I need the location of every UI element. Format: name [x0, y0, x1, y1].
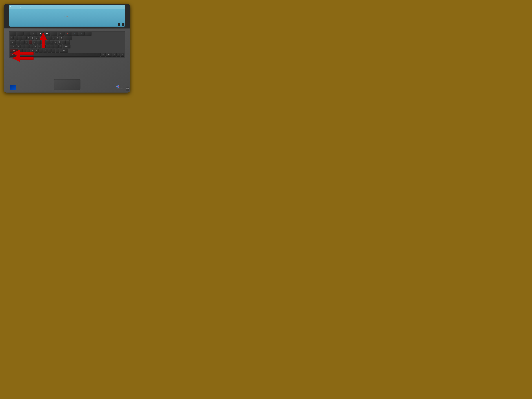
keyboard-section: esc ← → ↺ ⬜ ⬜⬜ ☼ ☀ 🔇 🔉 🔊 ⏻ ~` !1 @2 #3 $… — [4, 29, 130, 93]
key-t[interactable]: t — [33, 40, 37, 44]
key-mute[interactable]: 🔇 — [64, 32, 71, 36]
key-semicolon[interactable]: :; — [54, 44, 58, 48]
apps-button[interactable]: Apps — [17, 6, 21, 7]
key-backtick[interactable]: ~` — [10, 36, 13, 40]
key-1[interactable]: !1 — [14, 36, 18, 40]
locale-display: US — [123, 6, 124, 7]
chrome-icon — [116, 85, 119, 88]
key-shift-right[interactable]: shift — [60, 49, 68, 52]
key-comma[interactable]: <, — [47, 49, 51, 52]
key-vol-down[interactable]: 🔉 — [71, 32, 78, 36]
key-5[interactable]: %5 — [31, 36, 34, 40]
red-arrow-left-ctrl — [12, 55, 33, 63]
key-d[interactable]: d — [25, 44, 29, 48]
svg-point-4 — [117, 86, 118, 87]
key-quote[interactable]: "' — [58, 44, 62, 48]
key-w[interactable]: w — [20, 40, 24, 44]
key-g[interactable]: g — [33, 44, 37, 48]
intel-inside-text: inside® — [12, 88, 14, 88]
key-minus[interactable]: —- — [56, 36, 59, 40]
chromebook-badge: chromebook Acer Chromebook 11 — [116, 85, 124, 90]
key-l[interactable]: l — [50, 44, 54, 48]
apps-label: Apps — [19, 6, 21, 7]
battery-icon: ▮ — [121, 6, 122, 7]
taskbar: Shut down Apps 11:01 ▲ ▮ U — [9, 5, 125, 9]
key-row-numbers: ~` !1 @2 #3 $4 %5 ^6 &7 *8 (9 )0 —- += b… — [10, 36, 124, 40]
shutdown-label: Shut down — [12, 6, 16, 7]
power-icon — [10, 6, 11, 7]
key-arrow-left[interactable]: ◁ — [112, 53, 116, 57]
gen-badge-item: 5th GEN — [126, 87, 129, 90]
key-rbracket[interactable]: }] — [62, 40, 66, 44]
key-brightness-down[interactable]: ☼ — [51, 32, 57, 36]
chromebook-model-text: Acer Chromebook 11 — [116, 90, 124, 90]
key-vol-up[interactable]: 🔊 — [78, 32, 85, 36]
key-equals[interactable]: += — [60, 36, 63, 40]
gen-badge: 5th GEN — [126, 87, 129, 90]
chromebook-text: chromebook — [116, 88, 123, 89]
key-row-qwerty: tab q w e r t y u i o p {[ }] |\ — [10, 40, 124, 44]
key-lbracket[interactable]: {[ — [58, 40, 61, 44]
touchpad[interactable] — [54, 79, 81, 90]
svg-marker-2 — [12, 55, 33, 62]
key-9[interactable]: (9 — [47, 36, 51, 40]
taskbar-left: Shut down Apps — [10, 6, 117, 7]
screen-area: Shut down Apps 11:01 ▲ ▮ U — [4, 4, 130, 28]
svg-marker-0 — [39, 32, 47, 48]
vents — [118, 23, 124, 26]
key-arrow-updown[interactable]: ▲ ▼ — [116, 53, 120, 57]
time-display: 11:01 — [117, 6, 120, 7]
intel-brand-text: intel — [12, 86, 14, 88]
key-4[interactable]: $4 — [26, 36, 30, 40]
key-0[interactable]: )0 — [51, 36, 55, 40]
key-enter[interactable]: enter — [63, 44, 70, 48]
key-esc[interactable]: esc — [10, 32, 16, 36]
wifi-icon: ▲ — [120, 6, 121, 7]
key-b[interactable]: b — [35, 49, 39, 52]
acer-logo: acer — [64, 15, 70, 18]
key-power[interactable]: ⏻ — [85, 32, 91, 36]
key-n[interactable]: n — [39, 49, 43, 52]
key-2[interactable]: @2 — [18, 36, 22, 40]
key-q[interactable]: q — [16, 40, 20, 44]
key-row-function: esc ← → ↺ ⬜ ⬜⬜ ☼ ☀ 🔇 🔉 🔊 ⏻ — [10, 32, 124, 36]
key-backslash[interactable]: |\ — [66, 40, 70, 44]
apps-dots-icon — [17, 6, 19, 7]
key-a[interactable]: a — [17, 44, 21, 48]
key-refresh[interactable]: ↺ — [30, 32, 37, 36]
key-f[interactable]: f — [29, 44, 33, 48]
key-p[interactable]: p — [53, 40, 57, 44]
key-period[interactable]: >. — [51, 49, 55, 52]
key-forward[interactable]: → — [24, 32, 30, 36]
key-6[interactable]: ^6 — [35, 36, 38, 40]
key-back[interactable]: ← — [17, 32, 23, 36]
key-slash[interactable]: ?/ — [56, 49, 59, 52]
intel-badge: intel inside® — [10, 85, 16, 90]
key-r[interactable]: r — [29, 40, 32, 44]
key-brightness-up[interactable]: ☀ — [58, 32, 64, 36]
key-row-asdf: 🔍 a s d f g h j k l :; "' enter — [10, 44, 124, 48]
key-alt[interactable]: alt — [101, 53, 106, 57]
taskbar-right: 11:01 ▲ ▮ US — [117, 6, 124, 7]
key-ctrl-right[interactable]: ctrl — [106, 53, 112, 57]
shutdown-button[interactable]: Shut down — [10, 6, 16, 7]
key-s[interactable]: s — [21, 44, 25, 48]
key-search[interactable]: 🔍 — [10, 44, 17, 48]
key-tab[interactable]: tab — [10, 40, 16, 44]
key-o[interactable]: o — [49, 40, 53, 44]
key-e[interactable]: e — [24, 40, 28, 44]
key-3[interactable]: #3 — [22, 36, 26, 40]
key-backspace[interactable]: backspace — [64, 36, 72, 40]
laptop-body: Shut down Apps 11:01 ▲ ▮ U — [4, 4, 130, 93]
key-m[interactable]: m — [43, 49, 47, 52]
key-arrow-right[interactable]: ▷ — [120, 53, 124, 57]
